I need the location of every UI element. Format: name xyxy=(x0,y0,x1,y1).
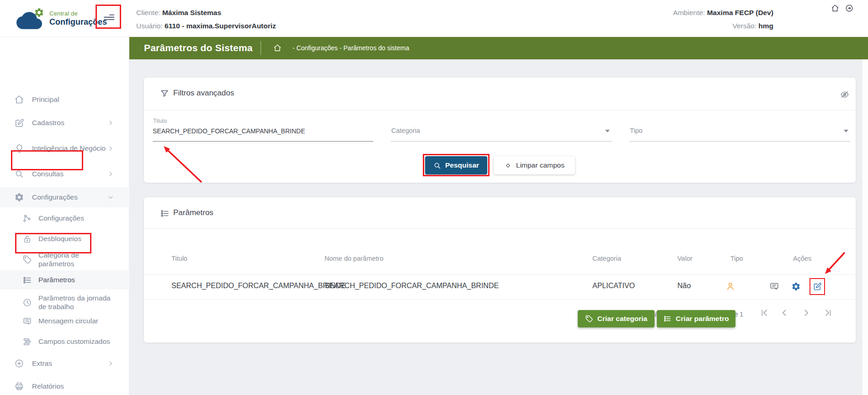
titulo-field: Titulo xyxy=(153,117,373,142)
sidebar-item-cadastros[interactable]: Cadastros xyxy=(0,113,129,133)
sidebar-label: Consultas xyxy=(32,169,111,178)
last-page-icon[interactable] xyxy=(822,307,834,319)
edit-icon[interactable] xyxy=(812,281,823,292)
sidebar-label: Parâmetros xyxy=(38,275,116,284)
next-page-icon[interactable] xyxy=(800,307,812,319)
plus-circle-icon xyxy=(14,358,25,369)
list-icon xyxy=(22,275,32,285)
search-button-label: Pesquisar xyxy=(445,161,479,169)
bulb-icon xyxy=(14,143,25,154)
input-underline xyxy=(153,141,373,142)
funnel-icon xyxy=(160,89,170,99)
sidebar-subitem-mensagem-circular[interactable]: Mensagem circular xyxy=(0,311,129,331)
sidebar-label: Parâmetros da jornada de trabalho xyxy=(38,294,116,311)
prev-page-icon[interactable] xyxy=(778,307,790,319)
sidebar-item-consultas[interactable]: Consultas xyxy=(0,164,129,184)
sidebar-label: Inteligência de Negócio xyxy=(32,144,111,153)
environment-block: Ambiente: Maxima FECP (Dev) Versão: hmg xyxy=(673,6,773,32)
sidebar-label: Relatórios xyxy=(32,382,111,390)
list-icon xyxy=(160,208,170,218)
sidebar-item-extras[interactable]: Extras xyxy=(0,353,129,374)
parameters-card: Parâmetros Titulo Nome do parâmetro Cate… xyxy=(144,197,856,342)
sidebar-label: Cadastros xyxy=(32,118,111,127)
sidebar-subitem-categoria-de-parametros[interactable]: Categoria de parâmetros xyxy=(0,247,129,272)
sidebar-label: Mensagem circular xyxy=(38,316,116,325)
sidebar-label: Configurações xyxy=(38,214,116,222)
sidebar-subitem-parametros[interactable]: Parâmetros xyxy=(0,270,129,290)
breadcrumb: - Configurações - Parâmetros do sistema xyxy=(293,44,409,52)
create-parameter-label: Criar parâmetro xyxy=(676,315,729,323)
chevron-right-icon xyxy=(106,144,115,153)
caret-down-icon xyxy=(844,130,848,132)
scrollbar-track[interactable] xyxy=(862,59,868,395)
input-underline xyxy=(629,141,850,142)
logo-line2: Configurações xyxy=(49,17,107,27)
tag-icon xyxy=(585,315,593,323)
tipo-placeholder: Tipo xyxy=(630,127,643,134)
column-header-tipo: Tipo xyxy=(730,255,743,262)
hamburger-menu-icon[interactable] xyxy=(101,10,116,24)
column-header-nome: Nome do parâmetro xyxy=(325,255,383,262)
ambiente-value: Maxima FECP (Dev) xyxy=(707,9,773,16)
versao-label: Versão: xyxy=(732,22,756,30)
create-category-button[interactable]: Criar categoria xyxy=(578,310,655,327)
unlock-icon xyxy=(22,234,32,244)
titulo-label: Titulo xyxy=(153,118,167,124)
input-underline xyxy=(391,141,612,142)
sidebar-item-configuracoes[interactable]: Configurações xyxy=(0,187,129,207)
home-icon[interactable] xyxy=(830,3,840,13)
cliente-value: Máxima Sistemas xyxy=(162,9,221,16)
column-header-valor: Valor xyxy=(677,255,692,262)
sidebar-subitem-desbloqueios[interactable]: Desbloqueios xyxy=(0,229,129,249)
search-icon xyxy=(433,162,441,169)
search-button[interactable]: Pesquisar xyxy=(425,156,487,174)
filters-card: Filtros avançados Titulo Categoria Tipo … xyxy=(144,78,856,183)
clear-button-label: Limpar campos xyxy=(516,161,564,169)
cell-nome: SEARCH_PEDIDO_FORCAR_CAMPANHA_BRINDE xyxy=(325,282,499,290)
categoria-placeholder: Categoria xyxy=(391,127,420,134)
titulo-input[interactable] xyxy=(153,126,373,137)
app-logo: Central de Configurações xyxy=(16,6,107,31)
usuario-value: 6110 - maxima.SupervisorAutoriz xyxy=(165,22,276,30)
sidebar-label: Campos customizados xyxy=(38,337,116,346)
sidebar-item-principal[interactable]: Principal xyxy=(0,90,129,110)
home-icon[interactable] xyxy=(273,43,282,53)
sidebar-item-inteligencia-de-negocio[interactable]: Inteligência de Negócio xyxy=(0,136,129,161)
sidebar-label: Configurações xyxy=(32,193,111,201)
sidebar-item-relatorios[interactable]: Relatórios xyxy=(0,376,129,395)
sidebar-subitem-configuracoes[interactable]: Configurações xyxy=(0,208,129,228)
sidebar-label: Principal xyxy=(32,95,111,104)
app-window: Central de Configurações Cliente: Máxima… xyxy=(0,0,868,395)
clock-icon xyxy=(22,297,32,307)
row-divider xyxy=(144,274,856,275)
top-bar: Central de Configurações Cliente: Máxima… xyxy=(0,0,868,37)
create-parameter-button[interactable]: Criar parâmetro xyxy=(657,310,735,327)
logout-icon[interactable] xyxy=(844,3,854,13)
tipo-select[interactable]: Tipo xyxy=(629,117,850,142)
create-category-label: Criar categoria xyxy=(597,315,647,323)
list-icon xyxy=(663,315,671,323)
sidebar-subitem-campos-customizados[interactable]: Campos customizados xyxy=(0,332,129,352)
annotation-icon[interactable] xyxy=(769,281,780,292)
first-page-icon[interactable] xyxy=(758,307,770,319)
categoria-select[interactable]: Categoria xyxy=(391,117,612,142)
cliente-label: Cliente: xyxy=(136,9,160,16)
sidebar: Principal Cadastros Inteligência de Negó… xyxy=(0,37,129,395)
layers-icon xyxy=(22,337,32,347)
chevron-down-icon xyxy=(106,193,115,202)
usuario-label: Usuário: xyxy=(136,22,163,30)
cell-valor: Não xyxy=(677,282,691,290)
row-divider xyxy=(144,299,856,300)
clear-fields-button[interactable]: Limpar campos xyxy=(494,156,575,174)
hub-icon xyxy=(22,213,32,223)
gear-icon[interactable] xyxy=(790,281,801,292)
divider xyxy=(261,41,261,55)
column-header-acoes: Ações xyxy=(793,255,811,262)
sidebar-label: Extras xyxy=(32,359,111,368)
filters-title: Filtros avançados xyxy=(173,89,234,98)
home-icon xyxy=(14,94,25,105)
page-header-bar: Parâmetros do Sistema - Configurações - … xyxy=(129,37,868,59)
message-icon xyxy=(22,316,32,326)
cloud-gear-logo-icon xyxy=(16,6,46,30)
eye-off-icon[interactable] xyxy=(840,90,850,100)
